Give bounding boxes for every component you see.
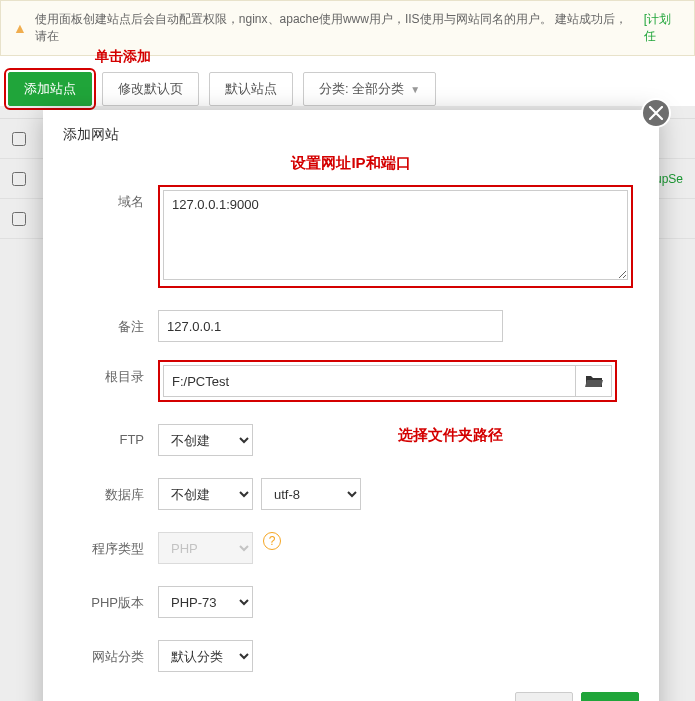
label-phpver: PHP版本 (63, 586, 158, 612)
folder-browse-button[interactable] (576, 365, 612, 397)
alert-text: 使用面板创建站点后会自动配置权限，nginx、apache使用www用户，IIS… (35, 11, 636, 45)
annotation-set-ip: 设置网址IP和端口 (43, 154, 659, 179)
label-rootdir: 根目录 (63, 360, 158, 386)
redbox-domain (158, 185, 633, 288)
close-button[interactable]: 关闭 (515, 692, 573, 701)
modal-footer: 关闭 提交 (43, 678, 659, 701)
form-row-note: 备注 (43, 304, 659, 348)
rootdir-input[interactable] (163, 365, 576, 397)
progtype-select: PHP (158, 532, 253, 564)
form-row-domain: 域名 (43, 179, 659, 294)
database-select[interactable]: 不创建 (158, 478, 253, 510)
label-ftp: FTP (63, 424, 158, 447)
default-site-label: 默认站点 (225, 80, 277, 98)
folder-icon (585, 374, 603, 388)
label-sitecat: 网站分类 (63, 640, 158, 666)
phpver-select[interactable]: PHP-73 (158, 586, 253, 618)
domain-textarea[interactable] (163, 190, 628, 280)
warning-icon: ▲ (13, 20, 27, 36)
form-row-progtype: 程序类型 PHP ? (43, 526, 659, 570)
label-progtype: 程序类型 (63, 532, 158, 558)
close-icon[interactable] (641, 98, 671, 128)
add-site-label: 添加站点 (24, 80, 76, 98)
annotation-folder: 选择文件夹路径 (398, 426, 503, 445)
modal-title: 添加网站 (43, 110, 659, 154)
sitecat-select[interactable]: 默认分类 (158, 640, 253, 672)
label-database: 数据库 (63, 478, 158, 504)
charset-select[interactable]: utf-8 (261, 478, 361, 510)
note-input[interactable] (158, 310, 503, 342)
form-row-phpver: PHP版本 PHP-73 (43, 580, 659, 624)
chevron-down-icon: ▼ (410, 84, 420, 95)
redbox-rootdir (158, 360, 617, 402)
form-row-database: 数据库 不创建 utf-8 (43, 472, 659, 516)
alert-link[interactable]: [计划任 (644, 11, 682, 45)
form-row-rootdir: 根目录 (43, 354, 659, 408)
modify-default-label: 修改默认页 (118, 80, 183, 98)
modify-default-button[interactable]: 修改默认页 (102, 72, 199, 106)
help-icon[interactable]: ? (263, 532, 281, 550)
ftp-select[interactable]: 不创建 (158, 424, 253, 456)
label-note: 备注 (63, 310, 158, 336)
label-domain: 域名 (63, 185, 158, 211)
category-dropdown[interactable]: 分类: 全部分类 ▼ (303, 72, 436, 106)
form-row-ftp: FTP 不创建 选择文件夹路径 (43, 418, 659, 462)
default-site-button[interactable]: 默认站点 (209, 72, 293, 106)
form-row-sitecat: 网站分类 默认分类 (43, 634, 659, 678)
add-site-button[interactable]: 添加站点 (8, 72, 92, 106)
category-label: 分类: 全部分类 (319, 80, 404, 98)
add-site-modal: 添加网站 设置网址IP和端口 域名 备注 根目录 FTP 不创建 选择文件夹路径 (43, 110, 659, 701)
submit-button[interactable]: 提交 (581, 692, 639, 701)
